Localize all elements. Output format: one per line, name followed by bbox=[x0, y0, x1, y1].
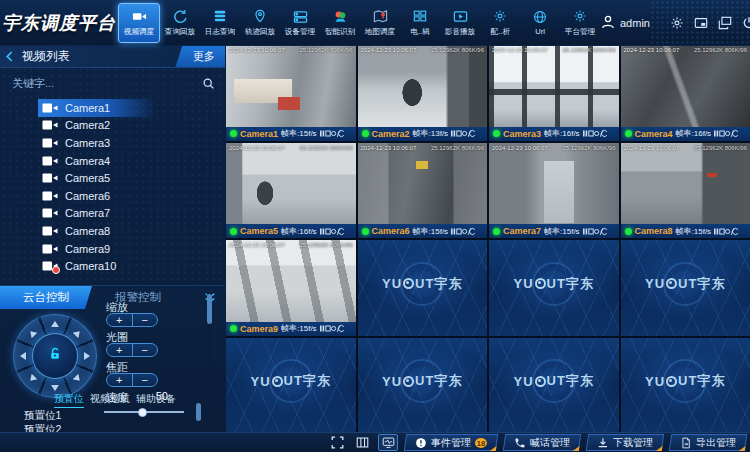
phone-call-button[interactable]: 喊话管理 bbox=[503, 434, 581, 451]
nav-item-tv-wall[interactable]: 电..辑 bbox=[400, 3, 440, 43]
config-analysis-icon bbox=[493, 8, 507, 24]
nav-item-ai-recognition[interactable]: 智能识别 bbox=[320, 3, 360, 43]
nav-item-media-play[interactable]: 影音播放 bbox=[440, 3, 480, 43]
more-button[interactable]: 更多 bbox=[175, 45, 226, 67]
event-alert-button[interactable]: 事件管理18 bbox=[404, 434, 498, 451]
nav-item-track-playback[interactable]: 轨迹回放 bbox=[240, 3, 280, 43]
camera-item-Camera3[interactable]: Camera3 bbox=[0, 134, 225, 152]
video-tile-Camera8[interactable]: 2024-12-23 10:06:0725.12962K 806K/96Came… bbox=[621, 143, 750, 239]
lens-icon bbox=[666, 376, 677, 387]
camera-item-Camera9[interactable]: Camera9 bbox=[0, 240, 225, 258]
lens-icon bbox=[272, 376, 283, 387]
tile-osd-icons[interactable] bbox=[583, 129, 608, 138]
video-tile-Camera1[interactable]: 2024-12-23 10:06:0725.12962K 806K/96Came… bbox=[226, 45, 356, 141]
nav-item-log-query[interactable]: 日志查询 bbox=[200, 3, 240, 43]
minus-button[interactable]: − bbox=[133, 344, 158, 356]
nav-item-platform-manage[interactable]: 平台管理 bbox=[560, 3, 600, 43]
slider-thumb[interactable] bbox=[138, 408, 147, 417]
ptz-down-right-icon[interactable] bbox=[73, 374, 83, 384]
video-tile-empty[interactable]: YUUT宇东 bbox=[489, 338, 619, 434]
video-tile-Camera4[interactable]: 2024-12-23 10:06:0725.12962K 806K/96Came… bbox=[621, 45, 750, 141]
tile-osd-icons[interactable] bbox=[320, 324, 345, 333]
nav-item-query-playback[interactable]: 查询回放 bbox=[160, 3, 200, 43]
nav-item-url-globe[interactable]: Url bbox=[520, 3, 560, 43]
export-file-button[interactable]: 导出管理 bbox=[669, 434, 747, 451]
scrollbar-thumb[interactable] bbox=[207, 294, 212, 324]
tab-云台控制[interactable]: 云台控制 bbox=[0, 286, 92, 309]
minus-button[interactable]: − bbox=[133, 314, 158, 326]
ptz-up-left-icon[interactable] bbox=[27, 328, 37, 338]
ptz-left-icon[interactable] bbox=[20, 352, 26, 360]
url-globe-icon bbox=[533, 9, 547, 25]
pip-window-icon[interactable] bbox=[694, 16, 708, 30]
ptz-up-icon[interactable] bbox=[51, 321, 59, 327]
video-tile-Camera7[interactable]: 2024-12-23 10:06:0725.12962K 806K/96Came… bbox=[489, 143, 619, 239]
video-tile-Camera5[interactable]: 2024-12-23 10:06:0725.12962K 806K/96Came… bbox=[226, 143, 356, 239]
osd-bitrate: 25.12962K 806K/96 bbox=[431, 145, 484, 151]
link-视频巡航[interactable]: 视频巡航 bbox=[90, 392, 130, 408]
video-tile-empty[interactable]: YUUT宇东 bbox=[358, 240, 488, 336]
placeholder-logo: YUUT宇东 bbox=[489, 372, 619, 390]
video-tile-Camera3[interactable]: 2024-12-23 10:06:0725.12962K 806K/96Came… bbox=[489, 45, 619, 141]
video-tile-empty[interactable]: YUUT宇东 bbox=[358, 338, 488, 434]
tile-osd-icons[interactable] bbox=[451, 129, 476, 138]
tile-osd-icons[interactable] bbox=[583, 227, 608, 236]
settings-gear-icon[interactable] bbox=[670, 16, 684, 30]
video-tile-Camera2[interactable]: 2024-12-23 10:06:0725.12962K 806K/96Came… bbox=[358, 45, 488, 141]
search-icon[interactable] bbox=[202, 77, 215, 90]
tile-camera-name: Camera1 bbox=[240, 129, 278, 139]
tile-status-bar: Camera6帧率:15f/s bbox=[358, 224, 488, 238]
power-icon[interactable] bbox=[742, 16, 750, 30]
tile-osd-icons[interactable] bbox=[320, 227, 345, 236]
user-account[interactable]: admin bbox=[600, 14, 650, 32]
video-tile-empty[interactable]: YUUT宇东 bbox=[621, 240, 750, 336]
tile-osd-icons[interactable] bbox=[714, 129, 739, 138]
camera-item-Camera6[interactable]: Camera6 bbox=[0, 187, 225, 205]
camera-item-Camera5[interactable]: Camera5 bbox=[0, 169, 225, 187]
tile-osd-icons[interactable] bbox=[714, 227, 739, 236]
plus-button[interactable]: + bbox=[107, 314, 133, 326]
tile-osd-icons[interactable] bbox=[320, 129, 345, 138]
link-预置位[interactable]: 预置位 bbox=[54, 392, 84, 408]
scrollbar-thumb[interactable] bbox=[196, 403, 201, 421]
download-button[interactable]: 下载管理 bbox=[586, 434, 664, 451]
video-tile-empty[interactable]: YUUT宇东 bbox=[621, 338, 750, 434]
video-tile-Camera9[interactable]: 2024-12-23 10:06:0725.12962K 806K/96Came… bbox=[226, 240, 356, 336]
video-wall-icon[interactable] bbox=[353, 435, 371, 450]
minus-button[interactable]: − bbox=[133, 374, 158, 386]
camera-item-Camera4[interactable]: Camera4 bbox=[0, 152, 225, 170]
osd-bitrate: 25.12962K 806K/96 bbox=[299, 242, 352, 248]
camera-item-Camera7[interactable]: Camera7 bbox=[0, 205, 225, 223]
device-health-icon[interactable] bbox=[378, 434, 398, 451]
video-tile-empty[interactable]: YUUT宇东 bbox=[489, 240, 619, 336]
link-辅助设备[interactable]: 辅助设备 bbox=[136, 392, 176, 408]
nav-item-map-dispatch[interactable]: 地图调度 bbox=[360, 3, 400, 43]
nav-item-config-analysis[interactable]: 配..析 bbox=[480, 3, 520, 43]
ptz-down-left-icon[interactable] bbox=[27, 374, 37, 384]
video-tile-Camera6[interactable]: 2024-12-23 10:06:0725.12962K 806K/96Came… bbox=[358, 143, 488, 239]
nav-item-device-manage[interactable]: 设备管理 bbox=[280, 3, 320, 43]
preset-scrollbar[interactable] bbox=[196, 400, 201, 430]
online-dot-icon bbox=[230, 325, 237, 332]
plus-button[interactable]: + bbox=[107, 374, 133, 386]
ptz-right-icon[interactable] bbox=[84, 352, 90, 360]
ptz-up-right-icon[interactable] bbox=[73, 328, 83, 338]
speed-slider[interactable] bbox=[104, 407, 184, 416]
camera-name: Camera2 bbox=[65, 119, 110, 131]
search-input[interactable] bbox=[10, 76, 202, 90]
camera-item-Camera2[interactable]: Camera2 bbox=[0, 117, 225, 135]
camera-item-Camera10[interactable]: Camera10 bbox=[0, 257, 225, 275]
video-tile-empty[interactable]: YUUT宇东 bbox=[226, 338, 356, 434]
ptz-center-button[interactable] bbox=[32, 333, 78, 379]
camera-item-Camera8[interactable]: Camera8 bbox=[0, 222, 225, 240]
cascade-window-icon[interactable] bbox=[718, 16, 732, 30]
back-chevron-icon[interactable] bbox=[0, 50, 20, 63]
ptz-down-icon[interactable] bbox=[51, 385, 59, 391]
plus-button[interactable]: + bbox=[107, 344, 133, 356]
panel-scrollbar[interactable] bbox=[207, 292, 212, 388]
preset-item[interactable]: 预置位1 bbox=[24, 408, 61, 422]
fullscreen-icon[interactable] bbox=[328, 435, 346, 450]
nav-item-video-dispatch[interactable]: 视频调度 bbox=[118, 3, 160, 43]
tile-osd-icons[interactable] bbox=[451, 227, 476, 236]
camera-item-Camera1[interactable]: Camera1 bbox=[0, 99, 225, 117]
